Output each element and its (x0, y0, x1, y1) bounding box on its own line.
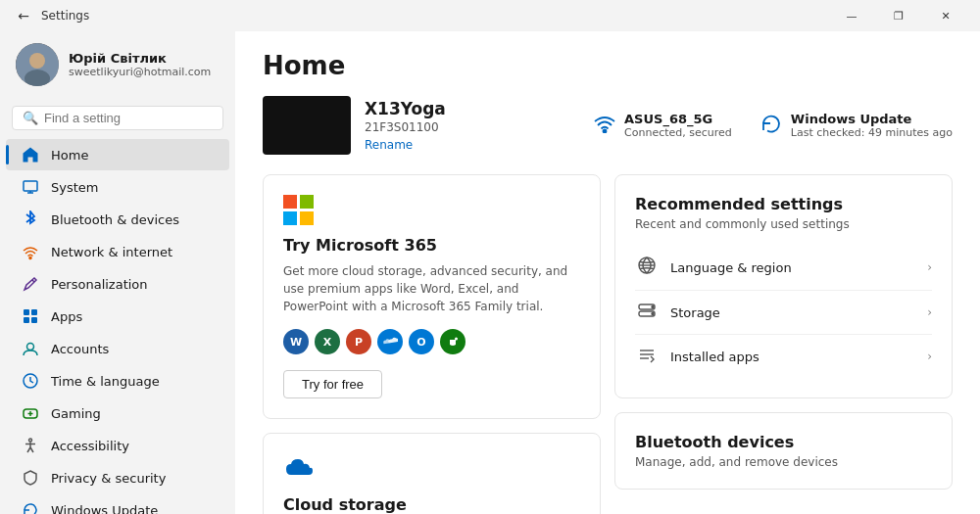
svg-line-21 (30, 447, 33, 452)
sidebar-item-bluetooth[interactable]: Bluetooth & devices (6, 204, 229, 235)
user-name: Юрій Світлик (69, 51, 211, 66)
close-button[interactable]: ✕ (923, 0, 968, 31)
svg-point-29 (652, 313, 654, 315)
installed-apps-icon (635, 346, 659, 367)
word-icon: W (283, 329, 309, 354)
update-subtitle: Last checked: 49 minutes ago (791, 126, 953, 139)
network-icon (22, 243, 39, 260)
sidebar-item-label: Personalization (51, 277, 148, 292)
sidebar-item-label: Time & language (51, 374, 160, 389)
sidebar-item-gaming[interactable]: Gaming (6, 397, 229, 429)
sidebar-item-network[interactable]: Network & internet (6, 236, 229, 267)
sidebar-item-accounts[interactable]: Accounts (6, 333, 229, 364)
accessibility-icon (22, 437, 39, 454)
chevron-right-icon: › (927, 260, 932, 274)
svg-point-22 (604, 129, 607, 132)
bluetooth-subtitle: Manage, add, and remove devices (635, 455, 932, 469)
svg-rect-10 (24, 317, 29, 323)
svg-point-1 (29, 53, 45, 69)
ms365-title: Try Microsoft 365 (283, 236, 580, 255)
sidebar-item-apps[interactable]: Apps (6, 301, 229, 332)
onedrive-icon (377, 329, 403, 354)
try-free-button[interactable]: Try for free (283, 370, 382, 398)
device-info: X13Yoga 21F3S01100 Rename (263, 96, 446, 155)
recommended-title: Recommended settings (635, 195, 932, 213)
cards-grid: Try Microsoft 365 Get more cloud storage… (263, 174, 953, 514)
ms-logo-blue (283, 211, 297, 225)
accounts-icon (22, 340, 39, 357)
svg-point-23 (455, 338, 458, 341)
page-title: Home (263, 51, 953, 80)
sidebar-item-system[interactable]: System (6, 171, 229, 203)
update-title: Windows Update (791, 112, 953, 126)
maximize-button[interactable]: ❐ (876, 0, 921, 31)
language-icon (635, 256, 659, 279)
rec-item-storage[interactable]: Storage › (635, 291, 932, 335)
main-content: Home X13Yoga 21F3S01100 Rename ASUS_68_5… (235, 31, 980, 514)
ms-logo-yellow (300, 211, 314, 225)
svg-line-7 (32, 280, 34, 282)
search-box[interactable]: 🔍 (12, 106, 223, 130)
outlook-icon: O (409, 329, 434, 354)
svg-rect-3 (24, 181, 37, 191)
privacy-icon (22, 469, 39, 487)
sidebar-item-label: Apps (51, 309, 82, 324)
bluetooth-devices-card: Bluetooth devices Manage, add, and remov… (614, 412, 953, 490)
rec-item-installed-apps[interactable]: Installed apps › (635, 335, 932, 378)
personalization-icon (22, 275, 39, 293)
installed-apps-label: Installed apps (670, 350, 915, 364)
bluetooth-icon (22, 210, 39, 228)
sidebar-item-privacy[interactable]: Privacy & security (6, 462, 229, 493)
sidebar-item-label: Privacy & security (51, 471, 166, 486)
rec-item-language[interactable]: Language & region › (635, 245, 932, 291)
time-icon (22, 372, 39, 390)
system-icon (22, 178, 39, 196)
wifi-network-name: ASUS_68_5G (624, 112, 732, 126)
storage-icon (635, 302, 659, 323)
device-bar: X13Yoga 21F3S01100 Rename ASUS_68_5G Con… (263, 96, 953, 155)
titlebar-controls: — ❐ ✕ (829, 0, 968, 31)
sidebar-item-label: System (51, 180, 98, 195)
sidebar-item-time[interactable]: Time & language (6, 365, 229, 397)
powerpoint-icon: P (346, 329, 371, 354)
svg-point-28 (652, 306, 654, 308)
minimize-button[interactable]: — (829, 0, 874, 31)
sidebar-item-label: Bluetooth & devices (51, 212, 179, 227)
sidebar-item-label: Accessibility (51, 439, 129, 453)
sidebar-item-update[interactable]: Windows Update (6, 494, 229, 514)
svg-rect-11 (31, 317, 37, 323)
wifi-status: ASUS_68_5G Connected, secured (593, 112, 732, 139)
sidebar-item-label: Accounts (51, 342, 109, 356)
wifi-icon (593, 114, 616, 138)
rename-link[interactable]: Rename (365, 138, 413, 152)
titlebar: ← Settings — ❐ ✕ (0, 0, 980, 31)
search-icon: 🔍 (23, 111, 38, 125)
recommended-subtitle: Recent and commonly used settings (635, 217, 932, 231)
sidebar: Юрій Світлик sweetlikyuri@hotmail.com 🔍 … (0, 31, 235, 514)
sidebar-item-accessibility[interactable]: Accessibility (6, 430, 229, 461)
svg-rect-8 (24, 309, 29, 315)
bluetooth-title: Bluetooth devices (635, 433, 932, 451)
chevron-right-icon: › (927, 305, 932, 319)
search-input[interactable] (44, 111, 213, 125)
cloud-title: Cloud storage (283, 495, 580, 514)
ms365-card: Try Microsoft 365 Get more cloud storage… (263, 174, 601, 419)
gaming-icon (22, 404, 39, 422)
sidebar-item-personalization[interactable]: Personalization (6, 268, 229, 300)
ms-logo (283, 195, 315, 226)
user-profile[interactable]: Юрій Світлик sweetlikyuri@hotmail.com (0, 31, 235, 98)
cloud-storage-card: Cloud storage Make sure you're signed in… (263, 433, 601, 514)
svg-line-20 (27, 447, 30, 452)
ms-logo-red (283, 195, 297, 209)
ms365-description: Get more cloud storage, advanced securit… (283, 262, 580, 315)
ms-logo-green (300, 195, 314, 209)
back-button[interactable]: ← (12, 4, 35, 27)
excel-icon: X (315, 329, 340, 354)
recommended-settings-card: Recommended settings Recent and commonly… (614, 174, 953, 398)
storage-label: Storage (670, 305, 915, 320)
sidebar-item-home[interactable]: Home (6, 139, 229, 170)
avatar (16, 43, 59, 86)
apps-icon (22, 307, 39, 325)
device-model: 21F3S01100 (365, 120, 446, 134)
titlebar-title: Settings (41, 9, 89, 23)
